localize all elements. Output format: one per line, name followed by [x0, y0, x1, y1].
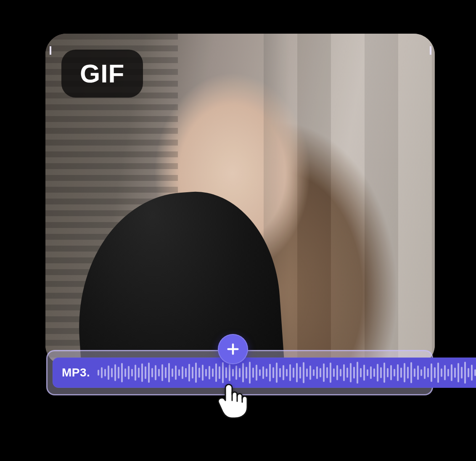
waveform-bar: [235, 366, 237, 380]
audio-format-label: MP3.: [62, 366, 90, 379]
waveform-bar: [259, 369, 261, 376]
waveform-bar: [269, 364, 271, 382]
waveform-bar: [451, 364, 452, 381]
waveform-bar: [454, 368, 456, 378]
waveform-bar: [239, 368, 241, 377]
waveform-bar: [447, 369, 449, 376]
waveform-bar: [168, 363, 170, 382]
waveform-bar: [357, 362, 358, 384]
waveform-bar: [441, 368, 442, 377]
waveform-bar: [464, 362, 466, 384]
waveform-bar: [286, 369, 288, 376]
waveform-bar: [387, 368, 389, 377]
waveform-bar: [215, 363, 217, 382]
waveform-bar: [437, 363, 439, 383]
waveform-bar: [212, 368, 214, 377]
waveform-bar: [330, 363, 331, 383]
waveform-bar: [172, 368, 173, 377]
waveform-bar: [407, 367, 409, 379]
waveform-bar: [380, 367, 382, 378]
waveform-bar: [461, 367, 463, 379]
waveform-bar: [377, 364, 378, 382]
waveform-bar: [410, 362, 412, 383]
waveform-bar: [431, 363, 432, 382]
waveform-bar: [316, 366, 318, 379]
audio-clip[interactable]: MP3.: [53, 358, 476, 388]
audio-waveform: [98, 361, 476, 384]
waveform-bar: [262, 366, 264, 379]
waveform-bar: [188, 364, 190, 382]
waveform-bar: [128, 366, 130, 379]
waveform-bar: [158, 369, 160, 376]
waveform-bar: [279, 368, 281, 377]
waveform-bar: [303, 362, 304, 383]
waveform-bar: [165, 367, 167, 378]
waveform-bar: [350, 363, 352, 382]
waveform-bar: [175, 366, 177, 380]
waveform-bar: [343, 364, 345, 381]
plus-icon: [226, 342, 240, 356]
waveform-bar: [360, 368, 362, 377]
waveform-bar: [434, 367, 436, 378]
waveform-bar: [229, 364, 230, 381]
waveform-bar: [323, 363, 325, 382]
waveform-bar: [249, 362, 251, 384]
waveform-bar: [178, 369, 180, 376]
waveform-bar: [124, 368, 126, 377]
waveform-bar: [121, 363, 123, 382]
waveform-bar: [397, 364, 399, 381]
waveform-bar: [333, 368, 335, 377]
waveform-bar: [471, 365, 473, 381]
waveform-bar: [242, 363, 244, 382]
waveform-bar: [346, 368, 348, 378]
waveform-bar: [404, 363, 405, 382]
timeline-tick-end: [430, 46, 431, 55]
waveform-bar: [155, 365, 156, 380]
waveform-bar: [195, 363, 197, 383]
waveform-bar: [309, 366, 311, 380]
waveform-bar: [192, 367, 193, 379]
waveform-bar: [299, 367, 301, 379]
waveform-bar: [202, 365, 204, 381]
waveform-bar: [198, 368, 200, 378]
waveform-bar: [313, 369, 315, 376]
waveform-bar: [424, 366, 426, 379]
waveform-bar: [252, 368, 254, 378]
waveform-bar: [296, 363, 298, 382]
waveform-bar: [138, 368, 140, 378]
waveform-bar: [101, 367, 103, 378]
waveform-bar: [145, 366, 146, 379]
waveform-bar: [161, 364, 163, 381]
waveform-bar: [256, 365, 257, 381]
waveform-bar: [367, 369, 368, 376]
waveform-bar: [427, 368, 429, 377]
waveform-bar: [353, 367, 355, 379]
waveform-bar: [373, 368, 375, 377]
waveform-bar: [276, 363, 278, 383]
waveform-bar: [414, 368, 415, 377]
waveform-bar: [340, 369, 341, 376]
waveform-bar: [266, 368, 267, 377]
waveform-bar: [141, 363, 143, 382]
waveform-bar: [272, 367, 274, 378]
waveform-bar: [131, 369, 133, 376]
format-badge-gif: GIF: [61, 50, 143, 98]
waveform-bar: [363, 365, 365, 381]
waveform-bar: [306, 368, 308, 377]
waveform-bar: [246, 367, 247, 379]
waveform-bar: [289, 364, 291, 381]
waveform-bar: [104, 369, 106, 376]
waveform-bar: [111, 368, 113, 377]
waveform-bar: [205, 369, 207, 376]
waveform-bar: [390, 365, 392, 380]
waveform-bar: [219, 366, 220, 379]
waveform-bar: [394, 369, 395, 376]
waveform-bar: [182, 366, 183, 379]
waveform-bar: [383, 363, 385, 383]
waveform-bar: [326, 367, 328, 378]
waveform-bar: [118, 367, 119, 379]
waveform-bar: [320, 368, 321, 377]
waveform-bar: [185, 368, 187, 377]
waveform-bar: [370, 366, 372, 379]
add-audio-button[interactable]: [218, 334, 248, 364]
